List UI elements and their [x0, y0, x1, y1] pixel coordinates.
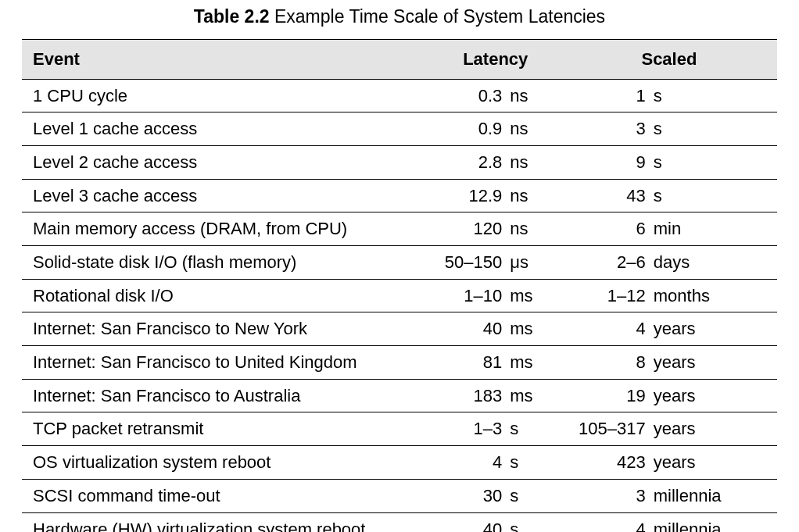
- cell-scaled-value: 2–6: [558, 246, 649, 280]
- table-row: Internet: San Francisco to New York40ms4…: [22, 312, 777, 346]
- cell-scaled-value: 6: [558, 212, 649, 246]
- header-latency: Latency: [430, 39, 558, 79]
- table-header-row: Event Latency Scaled: [22, 39, 777, 79]
- cell-latency-unit: μs: [505, 246, 558, 280]
- cell-scaled-value: 43: [558, 179, 649, 212]
- cell-scaled-value: 8: [558, 346, 649, 380]
- cell-event: Hardware (HW) virtualization system rebo…: [22, 512, 430, 532]
- cell-latency-unit: ns: [505, 179, 558, 212]
- cell-event: Internet: San Francisco to United Kingdo…: [22, 346, 430, 380]
- table-row: 1 CPU cycle0.3ns1s: [22, 79, 777, 112]
- cell-latency-value: 0.3: [430, 79, 506, 112]
- table-row: Level 2 cache access2.8ns9s: [22, 145, 777, 179]
- cell-latency-value: 81: [430, 346, 506, 380]
- cell-latency-unit: ns: [505, 212, 558, 246]
- cell-scaled-unit: s: [649, 79, 777, 112]
- cell-latency-value: 30: [430, 479, 506, 512]
- cell-latency-unit: s: [505, 479, 558, 512]
- cell-scaled-unit: s: [649, 145, 777, 179]
- cell-latency-value: 120: [430, 212, 506, 246]
- cell-scaled-unit: years: [649, 379, 777, 412]
- cell-event: Internet: San Francisco to Australia: [22, 379, 430, 412]
- cell-scaled-unit: months: [649, 279, 777, 312]
- cell-latency-value: 4: [430, 446, 506, 480]
- cell-event: 1 CPU cycle: [22, 79, 430, 112]
- cell-latency-value: 2.8: [430, 145, 506, 179]
- table-row: Level 3 cache access12.9ns43s: [22, 179, 777, 212]
- cell-scaled-unit: days: [649, 246, 777, 280]
- cell-latency-unit: s: [505, 446, 558, 480]
- cell-latency-value: 40: [430, 312, 506, 346]
- cell-latency-unit: ns: [505, 79, 558, 112]
- cell-scaled-unit: years: [649, 346, 777, 380]
- table-number: Table 2.2: [194, 6, 270, 27]
- cell-latency-unit: ms: [505, 312, 558, 346]
- cell-scaled-value: 1–12: [558, 279, 649, 312]
- cell-scaled-unit: years: [649, 446, 777, 480]
- table-row: TCP packet retransmit1–3s105–317years: [22, 412, 777, 446]
- cell-event: TCP packet retransmit: [22, 412, 430, 446]
- table-row: Internet: San Francisco to Australia183m…: [22, 379, 777, 412]
- cell-scaled-value: 3: [558, 479, 649, 512]
- cell-scaled-value: 105–317: [558, 412, 649, 446]
- cell-latency-value: 40: [430, 512, 506, 532]
- cell-event: Level 2 cache access: [22, 145, 430, 179]
- cell-event: Solid-state disk I/O (flash memory): [22, 246, 430, 280]
- cell-latency-unit: ms: [505, 379, 558, 412]
- cell-scaled-value: 19: [558, 379, 649, 412]
- table-row: OS virtualization system reboot4s423year…: [22, 446, 777, 480]
- header-scaled: Scaled: [558, 39, 777, 79]
- table-row: SCSI command time-out30s3millennia: [22, 479, 777, 512]
- cell-event: Rotational disk I/O: [22, 279, 430, 312]
- cell-latency-unit: ns: [505, 112, 558, 146]
- cell-event: Level 1 cache access: [22, 112, 430, 146]
- cell-latency-value: 12.9: [430, 179, 506, 212]
- cell-event: Main memory access (DRAM, from CPU): [22, 212, 430, 246]
- cell-latency-unit: ns: [505, 145, 558, 179]
- cell-scaled-unit: years: [649, 412, 777, 446]
- cell-latency-unit: s: [505, 412, 558, 446]
- cell-latency-value: 1–10: [430, 279, 506, 312]
- table-row: Hardware (HW) virtualization system rebo…: [22, 512, 777, 532]
- cell-scaled-value: 4: [558, 312, 649, 346]
- table-row: Rotational disk I/O1–10ms1–12months: [22, 279, 777, 312]
- cell-latency-unit: ms: [505, 346, 558, 380]
- cell-scaled-unit: min: [649, 212, 777, 246]
- cell-latency-value: 183: [430, 379, 506, 412]
- cell-latency-value: 50–150: [430, 246, 506, 280]
- table-row: Level 1 cache access0.9ns3s: [22, 112, 777, 146]
- table-row: Internet: San Francisco to United Kingdo…: [22, 346, 777, 380]
- cell-scaled-unit: s: [649, 112, 777, 146]
- cell-event: OS virtualization system reboot: [22, 446, 430, 480]
- cell-scaled-value: 423: [558, 446, 649, 480]
- cell-event: SCSI command time-out: [22, 479, 430, 512]
- cell-scaled-value: 1: [558, 79, 649, 112]
- cell-latency-unit: ms: [505, 279, 558, 312]
- table-body: 1 CPU cycle0.3ns1sLevel 1 cache access0.…: [22, 79, 777, 532]
- table-caption: Table 2.2 Example Time Scale of System L…: [22, 6, 777, 28]
- cell-latency-value: 1–3: [430, 412, 506, 446]
- latency-table: Event Latency Scaled 1 CPU cycle0.3ns1sL…: [22, 39, 777, 532]
- table-row: Main memory access (DRAM, from CPU)120ns…: [22, 212, 777, 246]
- cell-scaled-unit: years: [649, 312, 777, 346]
- cell-latency-value: 0.9: [430, 112, 506, 146]
- cell-scaled-unit: millennia: [649, 512, 777, 532]
- table-row: Solid-state disk I/O (flash memory)50–15…: [22, 246, 777, 280]
- header-event: Event: [22, 39, 430, 79]
- cell-event: Level 3 cache access: [22, 179, 430, 212]
- cell-scaled-unit: millennia: [649, 479, 777, 512]
- table-title: Example Time Scale of System Latencies: [274, 6, 605, 27]
- cell-scaled-unit: s: [649, 179, 777, 212]
- cell-event: Internet: San Francisco to New York: [22, 312, 430, 346]
- cell-scaled-value: 9: [558, 145, 649, 179]
- cell-scaled-value: 3: [558, 112, 649, 146]
- cell-scaled-value: 4: [558, 512, 649, 532]
- cell-latency-unit: s: [505, 512, 558, 532]
